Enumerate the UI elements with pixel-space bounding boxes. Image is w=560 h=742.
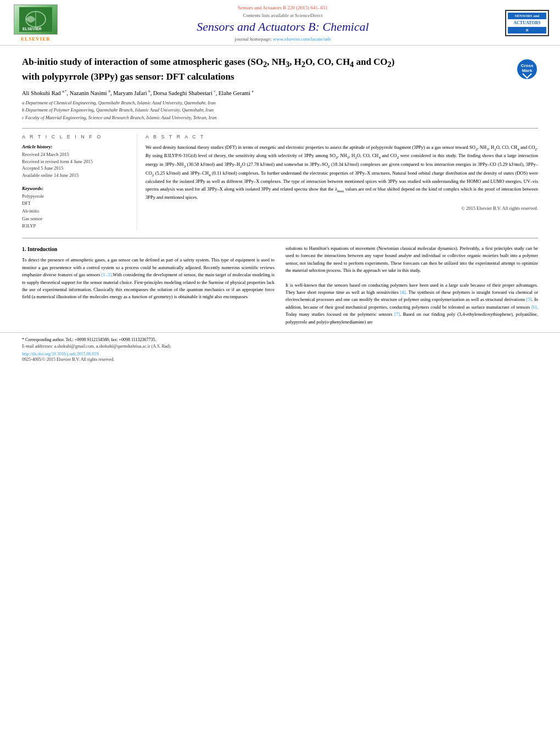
corresponding-note: * Corresponding author. Tel.: +0098 9112… (22, 337, 156, 342)
journal-header: ELSEVIER ELSEVIER Sensors and Actuators … (0, 0, 560, 46)
journal-ref: Sensors and Actuators B 220 (2015) 641–6… (71, 5, 494, 10)
sensors-logo-mid: ACTUATORS (512, 19, 542, 27)
authors: Ali Shokuhi Rad a,*, Nazanin Nasimi b, M… (22, 89, 538, 96)
doi-url[interactable]: http://dx.doi.org/10.1016/j.snb.2015.06.… (22, 352, 99, 356)
email-note: E-mail addresses: a.shokuhi@gmail.com, a… (22, 343, 538, 350)
body-col-left: 1. Introduction To detect the presence o… (22, 245, 275, 326)
article-info-abstract: A R T I C L E I N F O Article history: R… (22, 128, 538, 230)
article-info-label: A R T I C L E I N F O (22, 134, 128, 140)
issn-note: 0925-4005/© 2015 Elsevier B.V. All right… (22, 356, 538, 363)
svg-text:ELSEVIER: ELSEVIER (23, 27, 42, 31)
footer-section: * Corresponding author. Tel.: +0098 9112… (0, 332, 560, 365)
svg-text:Cross: Cross (521, 63, 534, 68)
ref-4[interactable]: [4] (400, 289, 406, 295)
keyword-4: Gas sensor (22, 215, 128, 223)
revised-date: Received in revised form 4 June 2015 (22, 158, 128, 165)
elsevier-logo-graphic: ELSEVIER (14, 4, 58, 35)
keyword-1: Polypyrrole (22, 193, 128, 200)
available-date: Available online 14 June 2015 (22, 172, 128, 179)
ref-1-3[interactable]: [1–3] (102, 272, 111, 277)
article-info-column: A R T I C L E I N F O Article history: R… (22, 134, 137, 230)
history-label: Article history: (22, 144, 128, 149)
ref-5[interactable]: [5] (527, 297, 532, 302)
doi-link: http://dx.doi.org/10.1016/j.snb.2015.06.… (22, 352, 538, 356)
footnote-star: * Corresponding author. Tel.: +0098 9112… (22, 337, 538, 342)
elsevier-text: ELSEVIER (21, 36, 51, 42)
svg-text:Mark: Mark (522, 68, 533, 73)
body-two-columns: 1. Introduction To detect the presence o… (22, 245, 538, 326)
abstract-column: A B S T R A C T We used density function… (137, 134, 538, 230)
journal-title: Sensors and Actuators B: Chemical (71, 20, 494, 34)
affiliation-b: b Department of Polymer Engineering, Qae… (22, 107, 538, 114)
ref-6[interactable]: [6] (531, 304, 537, 310)
crossmark: Cross Mark (516, 58, 538, 81)
sensors-actuators-logo: SENSORS and ACTUATORS B (505, 10, 549, 36)
page: ELSEVIER ELSEVIER Sensors and Actuators … (0, 0, 560, 742)
abstract-text: We used density functional theory studie… (145, 144, 538, 202)
keyword-5: B3LYP (22, 222, 128, 230)
copyright: © 2015 Elsevier B.V. All rights reserved… (145, 205, 538, 211)
affiliation-c: c Faculty of Material Engineering, Scien… (22, 114, 538, 121)
header-center: Sensors and Actuators B 220 (2015) 641–6… (60, 5, 505, 42)
keywords-label: Keywords: (22, 186, 128, 191)
keyword-2: DFT (22, 200, 128, 208)
abstract-label: A B S T R A C T (145, 134, 538, 140)
keywords-section: Keywords: Polypyrrole DFT Ab-initio Gas … (22, 186, 128, 230)
homepage-url[interactable]: www.elsevier.com/locate/snb (273, 36, 331, 42)
intro-heading: 1. Introduction (22, 245, 275, 254)
affiliation-a: a Department of Chemical Engineering, Qa… (22, 99, 538, 107)
intro-text-right: solutions to Hamilton's equations of mov… (285, 245, 538, 275)
contents-text: Contents lists available at ScienceDirec… (71, 13, 494, 18)
body-col-right: solutions to Hamilton's equations of mov… (285, 245, 538, 326)
sensors-logo-top: SENSORS and (508, 13, 546, 19)
accepted-date: Accepted 5 June 2015 (22, 165, 128, 172)
homepage-label: journal homepage: (235, 36, 272, 42)
ref-7[interactable]: [7] (394, 311, 400, 317)
elsevier-logo: ELSEVIER ELSEVIER (11, 4, 60, 42)
received-date: Received 24 March 2015 (22, 151, 128, 158)
affiliations: a Department of Chemical Engineering, Qa… (22, 99, 538, 121)
keywords-list: Polypyrrole DFT Ab-initio Gas sensor B3L… (22, 193, 128, 230)
body-section: 1. Introduction To detect the presence o… (0, 238, 560, 326)
keyword-3: Ab-initio (22, 208, 128, 215)
journal-homepage: journal homepage: www.elsevier.com/locat… (71, 36, 494, 42)
article-title: Ab-initio study of interaction of some a… (22, 55, 395, 83)
sensors-logo-bot: B (508, 27, 546, 34)
article-section: Cross Mark Ab-initio study of interactio… (0, 46, 560, 230)
intro-text-left: To detect the presence of atmospheric ga… (22, 256, 275, 301)
intro-text-right-2: It is well-known that the sensors based … (285, 282, 538, 326)
